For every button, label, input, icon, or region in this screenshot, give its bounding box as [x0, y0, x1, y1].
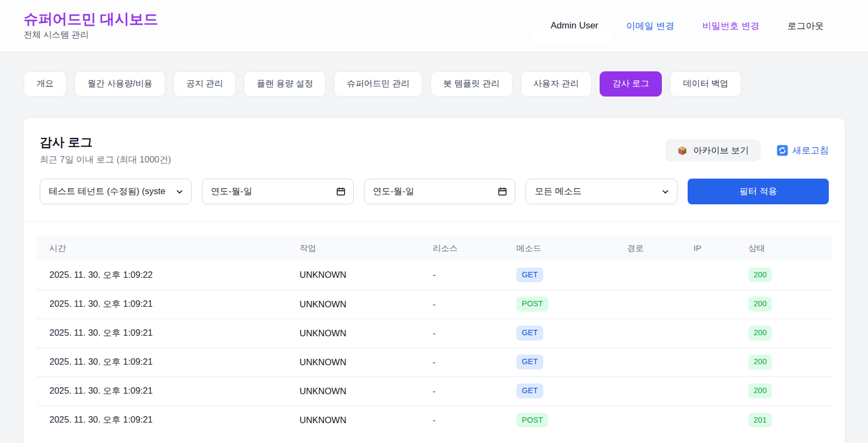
refresh-icon [777, 145, 788, 156]
audit-log-table-wrap: 시간작업리소스메소드경로IP상태 2025. 11. 30. 오후 1:09:2… [24, 222, 845, 434]
cell-method: POST [504, 290, 614, 319]
tab-superadmin-management[interactable]: 슈퍼어드민 관리 [334, 71, 422, 97]
cell-path [614, 319, 681, 348]
cell-method: POST [504, 405, 614, 434]
package-icon [677, 145, 688, 156]
table-row: 2025. 11. 30. 오후 1:09:22UNKNOWN-GET200 [37, 261, 832, 290]
cell-action: UNKNOWN [287, 405, 420, 434]
date-to-placeholder: 연도-월-일 [373, 186, 414, 197]
calendar-icon [498, 187, 507, 196]
cell-path [614, 261, 681, 290]
date-from-input[interactable]: 연도-월-일 [202, 179, 354, 204]
cell-time: 2025. 11. 30. 오후 1:09:21 [37, 405, 287, 434]
cell-path [614, 348, 681, 376]
audit-log-panel: 감사 로그 최근 7일 이내 로그 (최대 1000건) 아카이브 보기 [24, 118, 845, 443]
status-badge: 200 [748, 297, 772, 311]
tab-data-backup[interactable]: 데이터 백업 [670, 71, 741, 97]
tab-overview[interactable]: 개요 [24, 71, 67, 97]
column-header: 경로 [614, 236, 681, 261]
table-header-row: 시간작업리소스메소드경로IP상태 [37, 236, 832, 261]
change-email-link[interactable]: 이메일 변경 [626, 20, 675, 32]
cell-ip [681, 261, 735, 290]
user-name: Admin User [551, 20, 599, 31]
status-badge: 200 [748, 355, 772, 369]
status-badge: 201 [748, 413, 772, 427]
cell-ip [681, 376, 735, 405]
chevron-down-icon [661, 188, 669, 196]
chevron-down-icon [176, 188, 184, 196]
cell-time: 2025. 11. 30. 오후 1:09:21 [37, 319, 287, 348]
audit-log-table: 시간작업리소스메소드경로IP상태 2025. 11. 30. 오후 1:09:2… [37, 236, 832, 434]
tab-monthly-usage-cost[interactable]: 월간 사용량/비용 [75, 71, 165, 97]
table-row: 2025. 11. 30. 오후 1:09:21UNKNOWN-GET200 [37, 319, 832, 348]
cell-ip [681, 319, 735, 348]
cell-time: 2025. 11. 30. 오후 1:09:21 [37, 348, 287, 376]
filter-bar: 테스트 테넌트 (수정됨) (syste 연도-월-일 연도-월-일 [24, 166, 845, 222]
cell-time: 2025. 11. 30. 오후 1:09:22 [37, 261, 287, 290]
header-titles: 슈퍼어드민 대시보드 전체 시스템 관리 [24, 11, 158, 41]
refresh-label: 새로고침 [792, 144, 829, 157]
tenant-select[interactable]: 테스트 테넌트 (수정됨) (syste [40, 179, 192, 204]
method-select[interactable]: 모든 메소드 [526, 179, 677, 204]
panel-header-titles: 감사 로그 최근 7일 이내 로그 (최대 1000건) [40, 134, 171, 166]
date-to-input[interactable]: 연도-월-일 [364, 179, 516, 204]
cell-path [614, 405, 681, 434]
table-row: 2025. 11. 30. 오후 1:09:21UNKNOWN-POST201 [37, 405, 832, 434]
page-title: 슈퍼어드민 대시보드 [24, 11, 158, 28]
method-badge: GET [516, 355, 543, 369]
tab-user-management[interactable]: 사용자 관리 [521, 71, 592, 97]
tab-bot-template-management[interactable]: 봇 템플릿 관리 [431, 71, 513, 97]
cell-path [614, 290, 681, 319]
cell-resource: - [420, 348, 504, 376]
refresh-button[interactable]: 새로고침 [777, 144, 829, 157]
page-subtitle: 전체 시스템 관리 [24, 29, 158, 41]
method-badge: GET [516, 326, 543, 340]
cell-status: 200 [735, 376, 832, 405]
cell-status: 200 [735, 290, 832, 319]
cell-action: UNKNOWN [287, 319, 420, 348]
tab-notice-management[interactable]: 공지 관리 [173, 71, 236, 97]
cell-ip [681, 290, 735, 319]
cell-resource: - [420, 261, 504, 290]
panel-subtitle: 최근 7일 이내 로그 (최대 1000건) [40, 154, 171, 166]
table-row: 2025. 11. 30. 오후 1:09:21UNKNOWN-GET200 [37, 376, 832, 405]
cell-action: UNKNOWN [287, 376, 420, 405]
panel-title: 감사 로그 [40, 134, 171, 151]
method-badge: POST [516, 413, 548, 427]
column-header: 메소드 [504, 236, 614, 261]
tab-plan-capacity-settings[interactable]: 플랜 용량 설정 [244, 71, 326, 97]
column-header: IP [681, 236, 735, 261]
tab-audit-log[interactable]: 감사 로그 [600, 71, 662, 97]
table-row: 2025. 11. 30. 오후 1:09:21UNKNOWN-POST200 [37, 290, 832, 319]
panel-header: 감사 로그 최근 7일 이내 로그 (최대 1000건) 아카이브 보기 [24, 118, 845, 166]
header-highlight [533, 31, 610, 45]
cell-method: GET [504, 261, 614, 290]
column-header: 시간 [37, 236, 287, 261]
cell-status: 200 [735, 261, 832, 290]
apply-filter-button[interactable]: 필터 적용 [688, 179, 829, 204]
cell-method: GET [504, 319, 614, 348]
column-header: 작업 [287, 236, 420, 261]
tab-bar: 개요월간 사용량/비용공지 관리플랜 용량 설정슈퍼어드민 관리봇 템플릿 관리… [24, 71, 844, 97]
cell-status: 200 [735, 319, 832, 348]
view-archive-button[interactable]: 아카이브 보기 [665, 139, 761, 161]
cell-ip [681, 348, 735, 376]
cell-action: UNKNOWN [287, 348, 420, 376]
cell-action: UNKNOWN [287, 290, 420, 319]
column-header: 상태 [735, 236, 832, 261]
cell-resource: - [420, 405, 504, 434]
cell-resource: - [420, 319, 504, 348]
logout-link[interactable]: 로그아웃 [787, 20, 824, 32]
method-select-value: 모든 메소드 [535, 186, 581, 197]
method-badge: GET [516, 268, 543, 282]
cell-method: GET [504, 348, 614, 376]
status-badge: 200 [748, 326, 772, 340]
cell-status: 201 [735, 405, 832, 434]
column-header: 리소스 [420, 236, 504, 261]
method-badge: GET [516, 383, 543, 398]
calendar-icon [336, 187, 346, 196]
app-header: 슈퍼어드민 대시보드 전체 시스템 관리 Admin User 이메일 변경 비… [0, 0, 868, 52]
cell-ip [681, 405, 735, 434]
panel-actions: 아카이브 보기 새로고침 [665, 139, 829, 161]
change-password-link[interactable]: 비밀번호 변경 [702, 20, 760, 32]
